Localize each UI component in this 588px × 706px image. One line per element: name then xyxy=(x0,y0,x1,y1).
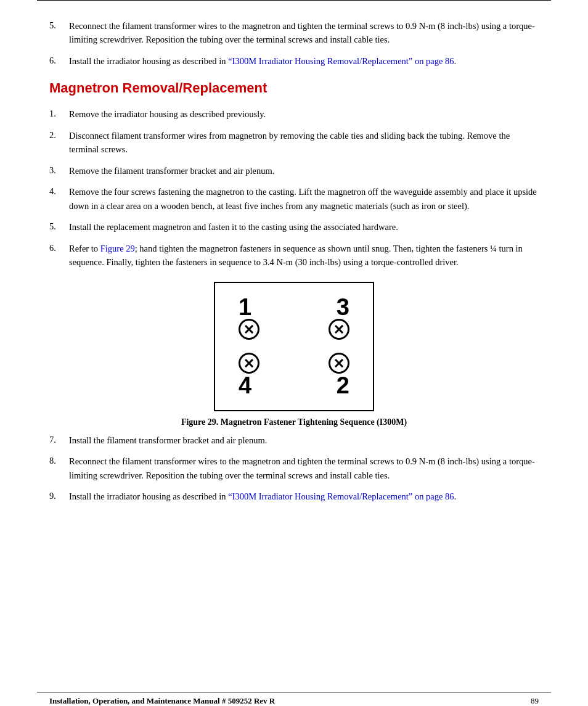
text-after: . xyxy=(454,56,457,66)
list-text: Refer to Figure 29; hand tighten the mag… xyxy=(69,242,539,269)
text-before: Install the irradiator housing as descri… xyxy=(69,56,228,66)
list-num: 5. xyxy=(49,220,69,234)
screw-icon-1 xyxy=(239,319,259,340)
refer-after-text: ; hand tighten the magnetron fasteners i… xyxy=(69,244,523,267)
list-num: 3. xyxy=(49,164,69,178)
figure-cell-3: 3 xyxy=(294,295,361,340)
list-num: 6. xyxy=(49,242,69,269)
list-num: 9. xyxy=(49,490,69,503)
list-item: 6. Refer to Figure 29; hand tighten the … xyxy=(49,242,539,269)
list-item: 5. Reconnect the filament transformer wi… xyxy=(49,19,539,47)
list-text: Install the irradiator housing as descri… xyxy=(69,490,539,503)
list-item: 8. Reconnect the filament transformer wi… xyxy=(49,454,539,482)
screw-icon-4 xyxy=(239,353,259,374)
seq-num-2: 2 xyxy=(337,374,349,397)
list-text: Reconnect the filament transformer wires… xyxy=(69,19,539,47)
seq-num-3: 3 xyxy=(337,295,349,319)
list-item: 7. Install the filament transformer brac… xyxy=(49,433,539,447)
figure-caption: Figure 29. Magnetron Fastener Tightening… xyxy=(181,417,407,427)
housing-link-1[interactable]: “I300M Irradiator Housing Removal/Replac… xyxy=(228,56,454,66)
list-text: Install the replacement magnetron and fa… xyxy=(69,220,539,234)
list-item: 3. Remove the filament transformer brack… xyxy=(49,164,539,178)
list-text: Remove the four screws fastening the mag… xyxy=(69,185,539,213)
figure-container: 1 3 4 2 Figure 29. Magn xyxy=(49,282,539,427)
figure-box: 1 3 4 2 xyxy=(214,282,374,411)
list-text: Disconnect filament transformer wires fr… xyxy=(69,129,539,157)
list-item: 6. Install the irradiator housing as des… xyxy=(49,54,539,68)
footer-title: Installation, Operation, and Maintenance… xyxy=(49,696,275,706)
seq-num-4: 4 xyxy=(239,374,251,397)
footer-area: Installation, Operation, and Maintenance… xyxy=(0,686,588,706)
refer-to-text: Refer to xyxy=(69,244,100,253)
list-num: 4. xyxy=(49,185,69,213)
list-item: 1. Remove the irradiator housing as desc… xyxy=(49,107,539,121)
page: 5. Reconnect the filament transformer wi… xyxy=(0,0,588,706)
list-text: Remove the irradiator housing as describ… xyxy=(69,107,539,121)
list-text: Install the filament transformer bracket… xyxy=(69,433,539,447)
list-text: Install the irradiator housing as descri… xyxy=(69,54,539,68)
list-num: 8. xyxy=(49,454,69,482)
section-heading: Magnetron Removal/Replacement xyxy=(49,80,539,96)
post-list: 7. Install the filament transformer brac… xyxy=(49,433,539,504)
figure-cell-1: 1 xyxy=(227,295,294,340)
list-item: 2. Disconnect filament transformer wires… xyxy=(49,129,539,157)
list-item: 5. Install the replacement magnetron and… xyxy=(49,220,539,234)
list-num: 5. xyxy=(49,19,69,47)
seq-num-1: 1 xyxy=(239,295,251,319)
list-text: Remove the filament transformer bracket … xyxy=(69,164,539,178)
screw-icon-3 xyxy=(329,319,349,340)
content: 5. Reconnect the filament transformer wi… xyxy=(0,1,588,523)
post-text-after: . xyxy=(454,491,457,501)
footer-page: 89 xyxy=(531,696,539,706)
screw-icon-2 xyxy=(329,353,349,374)
footer: Installation, Operation, and Maintenance… xyxy=(0,692,588,706)
list-num: 2. xyxy=(49,129,69,157)
pre-list: 5. Reconnect the filament transformer wi… xyxy=(49,19,539,68)
main-list: 1. Remove the irradiator housing as desc… xyxy=(49,107,539,269)
housing-link-2[interactable]: “I300M Irradiator Housing Removal/Replac… xyxy=(228,491,454,501)
list-num: 6. xyxy=(49,54,69,68)
post-text-before: Install the irradiator housing as descri… xyxy=(69,491,228,501)
list-text: Reconnect the filament transformer wires… xyxy=(69,454,539,482)
figure-29-link[interactable]: Figure 29 xyxy=(100,244,135,253)
list-item: 9. Install the irradiator housing as des… xyxy=(49,490,539,503)
figure-cell-2: 2 xyxy=(294,353,361,397)
figure-cell-4: 4 xyxy=(227,353,294,397)
list-num: 7. xyxy=(49,433,69,447)
list-item: 4. Remove the four screws fastening the … xyxy=(49,185,539,213)
list-num: 1. xyxy=(49,107,69,121)
